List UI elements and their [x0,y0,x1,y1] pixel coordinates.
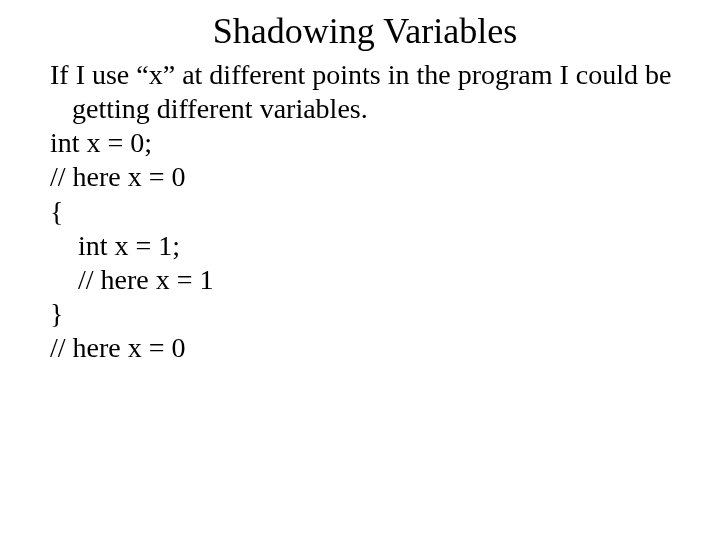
intro-paragraph: If I use “x” at different points in the … [50,58,680,126]
slide: Shadowing Variables If I use “x” at diff… [0,0,720,540]
code-line-2: // here x = 0 [50,160,680,194]
code-line-6: } [50,297,680,331]
slide-title: Shadowing Variables [50,10,680,52]
code-line-7: // here x = 0 [50,331,680,365]
code-line-5: // here x = 1 [50,263,680,297]
code-line-1: int x = 0; [50,126,680,160]
code-line-3: { [50,195,680,229]
slide-body: If I use “x” at different points in the … [50,58,680,365]
code-line-4: int x = 1; [50,229,680,263]
